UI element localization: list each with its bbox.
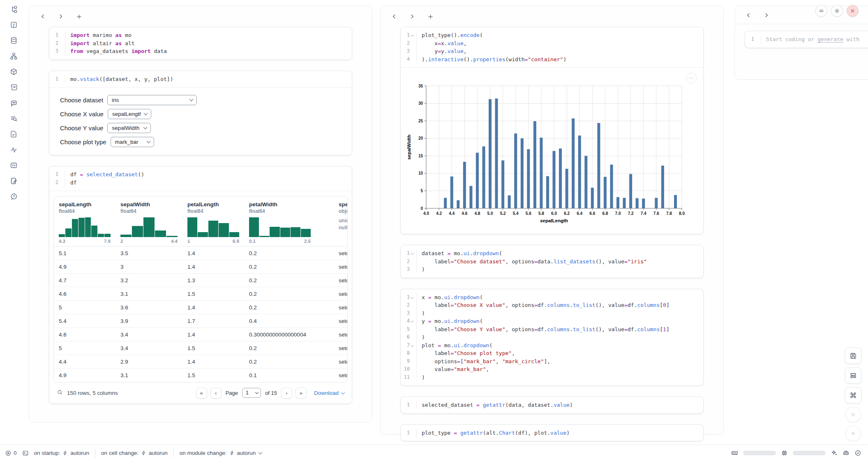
code-editor[interactable]: 123dataset = mo.ui.dropdown( label="Choo… xyxy=(401,245,703,278)
run-setting-1[interactable]: on startup:autorun xyxy=(34,450,90,456)
table-row[interactable]: 5.43.91.70.4setosa xyxy=(54,314,348,328)
column-right-icon[interactable] xyxy=(762,11,771,20)
fold-spacer xyxy=(410,49,414,53)
column-right-icon[interactable] xyxy=(408,12,417,21)
fold-toggle-icon[interactable] xyxy=(410,295,414,300)
column-dtype: object xyxy=(339,208,348,214)
settings-button[interactable] xyxy=(831,5,843,17)
fold-toggle-icon[interactable] xyxy=(410,319,414,323)
column-left-icon[interactable] xyxy=(390,12,399,21)
sidebar-database-icon[interactable] xyxy=(10,37,18,44)
fold-toggle-icon[interactable] xyxy=(410,343,414,348)
code-content: plot_type().encode( x=x.value, y=y.value… xyxy=(416,31,703,63)
cell-output-chart: 4.04.24.44.64.85.05.25.45.65.86.06.26.46… xyxy=(401,67,703,234)
connection-status-button[interactable] xyxy=(854,449,861,456)
column-left-icon[interactable] xyxy=(744,11,753,20)
code-editor[interactable]: 1234plot_type().encode( x=x.value, y=y.v… xyxy=(401,27,703,67)
run-all-button[interactable] xyxy=(845,426,861,441)
errors-indicator[interactable]: 0 xyxy=(5,450,17,456)
code-content: Start coding or generate with xyxy=(761,35,868,44)
play-icon xyxy=(850,430,857,437)
table-cell: 0.2 xyxy=(244,341,334,355)
code-editor[interactable]: 12df = selected_dataset()df xyxy=(49,166,352,191)
notebook-menu-button[interactable] xyxy=(815,5,827,17)
column-right-icon[interactable] xyxy=(56,12,65,21)
choose-x-value-select[interactable]: sepalLength xyxy=(108,109,151,119)
chevron-down-icon xyxy=(259,450,263,454)
sidebar-scratchpad-icon[interactable] xyxy=(10,177,18,185)
sidebar-dep-graph-icon[interactable] xyxy=(10,52,18,60)
code-editor[interactable]: 1234567891011x = mo.ui.dropdown( label="… xyxy=(401,289,703,386)
sidebar-doc-icon[interactable] xyxy=(10,130,18,138)
sidebar-file-tree-icon[interactable] xyxy=(10,5,18,13)
first-page-button[interactable]: « xyxy=(196,387,207,399)
copilot-button[interactable] xyxy=(843,449,850,456)
column-histogram xyxy=(187,217,239,237)
fold-toggle-icon[interactable] xyxy=(410,33,414,37)
column-dtype: float64 xyxy=(187,208,240,214)
table-row[interactable]: 53.61.40.2setosa xyxy=(54,301,348,314)
save-button[interactable] xyxy=(845,348,861,364)
ai-assistant-button[interactable] xyxy=(831,449,838,456)
empty-cell: 1 Start coding or generate with xyxy=(745,31,868,48)
run-setting-3[interactable]: on module change:autorun xyxy=(180,450,262,456)
code-editor[interactable]: 1selected_dataset = getattr(data, datase… xyxy=(401,397,703,413)
sidebar-functions-icon[interactable] xyxy=(10,21,18,29)
terminal-button[interactable] xyxy=(22,450,29,456)
sidebar-snippets-icon[interactable] xyxy=(10,161,18,169)
table-row[interactable]: 4.73.21.30.2setosa xyxy=(54,274,348,287)
shutdown-button[interactable] xyxy=(847,5,859,17)
layout-toggle-button[interactable] xyxy=(845,367,861,384)
line-numbers: 1 xyxy=(49,75,65,83)
choose-dataset-select[interactable]: iris xyxy=(107,95,197,105)
code-editor[interactable]: 123import marimo as moimport altair as a… xyxy=(49,27,352,60)
generate-link[interactable]: generate xyxy=(817,36,843,42)
line-numbers: 123 xyxy=(49,31,65,55)
sidebar-package-icon[interactable] xyxy=(10,68,18,76)
sidebar-tracing-icon[interactable] xyxy=(10,146,18,154)
code-editor[interactable]: 1plot_type = getattr(alt.Chart(df), plot… xyxy=(401,425,703,441)
lightning-icon xyxy=(62,450,68,456)
line-numbers: 1234567891011 xyxy=(401,293,416,382)
add-cell-icon[interactable] xyxy=(74,12,83,21)
table-row[interactable]: 4.93.11.50.1setosa xyxy=(54,369,348,382)
search-icon[interactable] xyxy=(57,389,63,396)
fold-spacer xyxy=(410,327,414,332)
save-icon xyxy=(850,352,857,360)
table-cell: 0.2 xyxy=(244,355,334,369)
keyboard-shortcuts-button[interactable] xyxy=(845,387,861,403)
page-select[interactable]: 1 xyxy=(242,388,261,398)
last-page-button[interactable]: » xyxy=(295,387,307,399)
download-button[interactable]: Download xyxy=(314,390,344,396)
sidebar-help-icon[interactable] xyxy=(10,193,18,201)
stop-button[interactable] xyxy=(845,407,861,422)
choose-plot-type-select[interactable]: mark_bar xyxy=(111,137,154,147)
table-row[interactable]: 5.13.51.40.2setosa xyxy=(54,247,348,260)
sidebar-ai-chat-icon[interactable] xyxy=(10,99,18,107)
run-setting-2[interactable]: on cell change:autorun xyxy=(101,450,168,456)
svg-text:5.2: 5.2 xyxy=(500,211,506,216)
table-row[interactable]: 4.42.91.40.2setosa xyxy=(54,355,348,369)
table-row[interactable]: 4.63.41.40.30000000000000004setosa xyxy=(54,328,348,341)
previous-page-button[interactable]: ‹ xyxy=(210,387,222,399)
fold-toggle-icon[interactable] xyxy=(410,251,414,256)
table-cell: setosa xyxy=(334,301,348,314)
code-editor[interactable]: 1 Start coding or generate with xyxy=(745,31,868,48)
next-page-button[interactable]: › xyxy=(281,387,292,399)
column-histogram xyxy=(59,217,111,237)
table-cell: 0.4 xyxy=(244,314,334,328)
chart-actions-button[interactable] xyxy=(686,73,697,83)
code-editor[interactable]: 1mo.vstack([dataset, x, y, plot]) xyxy=(49,71,352,88)
line-number: 3 xyxy=(407,265,414,274)
line-numbers: 12 xyxy=(49,171,65,187)
add-cell-icon[interactable] xyxy=(426,12,435,21)
svg-text:sepalWidth: sepalWidth xyxy=(406,134,411,159)
choose-y-value-select[interactable]: sepalWidth xyxy=(107,123,151,133)
table-row[interactable]: 4.931.40.2setosa xyxy=(54,260,348,274)
sidebar-outline-search-icon[interactable] xyxy=(10,115,18,122)
table-cell: 3.5 xyxy=(115,247,182,260)
column-left-icon[interactable] xyxy=(38,12,47,21)
sidebar-logs-icon[interactable] xyxy=(10,83,18,91)
table-row[interactable]: 53.41.50.2setosa xyxy=(54,341,348,355)
table-row[interactable]: 4.63.11.50.2setosa xyxy=(54,287,348,301)
